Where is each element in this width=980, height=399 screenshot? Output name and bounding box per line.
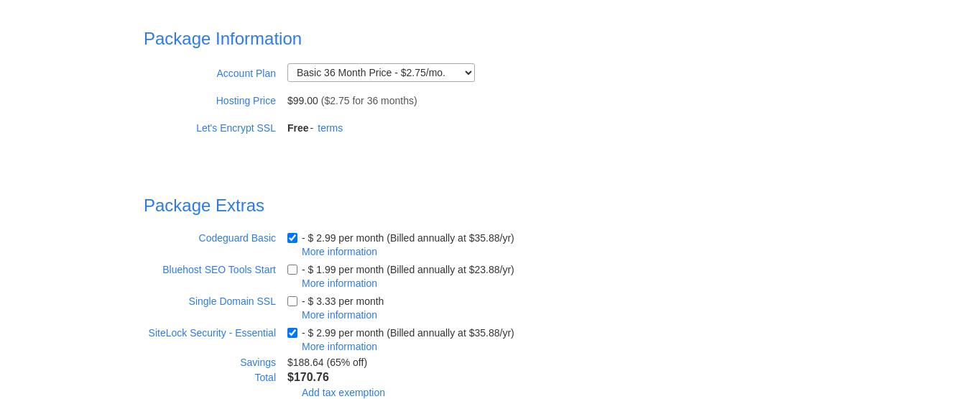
hosting-price-label: Hosting Price: [144, 91, 287, 111]
hosting-price-row: Hosting Price $99.00 ($2.75 for 36 month…: [144, 91, 980, 111]
seo-tools-line: - $ 1.99 per month (Billed annually at $…: [287, 262, 514, 278]
codeguard-row: Codeguard Basic - $ 2.99 per month (Bill…: [144, 230, 980, 257]
ssl-terms-link[interactable]: terms: [318, 118, 343, 138]
codeguard-label: Codeguard Basic: [144, 230, 287, 246]
hosting-price-value: $99.00 ($2.75 for 36 months): [287, 91, 417, 111]
hosting-price-amount: $99.00: [287, 91, 318, 111]
tax-exemption-row: Add tax exemption: [144, 387, 980, 398]
sitelock-description: - $ 2.99 per month (Billed annually at $…: [302, 325, 514, 341]
package-information-section: Package Information Account Plan Basic 3…: [0, 14, 980, 160]
account-plan-value: Basic 36 Month Price - $2.75/mo. Basic 1…: [287, 63, 475, 82]
sitelock-more-info[interactable]: More information: [302, 341, 514, 352]
package-extras-title: Package Extras: [144, 196, 980, 216]
seo-tools-description: - $ 1.99 per month (Billed annually at $…: [302, 262, 514, 278]
seo-tools-row: Bluehost SEO Tools Start - $ 1.99 per mo…: [144, 262, 980, 289]
domain-ssl-label: Single Domain SSL: [144, 293, 287, 309]
account-plan-label: Account Plan: [144, 63, 287, 83]
account-plan-row: Account Plan Basic 36 Month Price - $2.7…: [144, 63, 980, 83]
ssl-dash: -: [310, 118, 314, 138]
ssl-label: Let's Encrypt SSL: [144, 118, 287, 138]
codeguard-checkbox[interactable]: [287, 233, 297, 243]
domain-ssl-row: Single Domain SSL - $ 3.33 per month Mor…: [144, 293, 980, 321]
sitelock-checkbox[interactable]: [287, 328, 297, 338]
total-value: $170.76: [287, 371, 329, 384]
ssl-value: Free - terms: [287, 118, 343, 138]
savings-row: Savings $188.64 (65% off): [144, 357, 980, 368]
total-label: Total: [144, 372, 287, 383]
domain-ssl-value: - $ 3.33 per month More information: [287, 293, 384, 321]
sitelock-row: SiteLock Security - Essential - $ 2.99 p…: [144, 325, 980, 352]
seo-tools-checkbox[interactable]: [287, 265, 297, 275]
savings-value: $188.64 (65% off): [287, 357, 367, 368]
codeguard-line: - $ 2.99 per month (Billed annually at $…: [287, 230, 514, 246]
sitelock-label: SiteLock Security - Essential: [144, 325, 287, 341]
sitelock-line: - $ 2.99 per month (Billed annually at $…: [287, 325, 514, 341]
codeguard-value: - $ 2.99 per month (Billed annually at $…: [287, 230, 514, 257]
account-plan-select[interactable]: Basic 36 Month Price - $2.75/mo. Basic 1…: [287, 63, 475, 82]
ssl-row: Let's Encrypt SSL Free - terms: [144, 118, 980, 138]
package-info-title: Package Information: [144, 29, 980, 49]
package-extras-section: Package Extras Codeguard Basic - $ 2.99 …: [0, 181, 980, 399]
seo-tools-label: Bluehost SEO Tools Start: [144, 262, 287, 278]
domain-ssl-line: - $ 3.33 per month: [287, 293, 384, 309]
page-container: Package Information Account Plan Basic 3…: [0, 0, 980, 399]
savings-label: Savings: [144, 357, 287, 368]
codeguard-description: - $ 2.99 per month (Billed annually at $…: [302, 230, 514, 246]
add-tax-exemption-link[interactable]: Add tax exemption: [302, 387, 385, 398]
total-row: Total $170.76: [144, 371, 980, 384]
domain-ssl-description: - $ 3.33 per month: [302, 293, 384, 309]
seo-tools-more-info[interactable]: More information: [302, 278, 514, 289]
hosting-price-sub: ($2.75 for 36 months): [321, 91, 417, 111]
ssl-free-text: Free: [287, 118, 309, 138]
domain-ssl-more-info[interactable]: More information: [302, 309, 384, 321]
codeguard-more-info[interactable]: More information: [302, 246, 514, 257]
domain-ssl-checkbox[interactable]: [287, 296, 297, 306]
sitelock-value: - $ 2.99 per month (Billed annually at $…: [287, 325, 514, 352]
seo-tools-value: - $ 1.99 per month (Billed annually at $…: [287, 262, 514, 289]
